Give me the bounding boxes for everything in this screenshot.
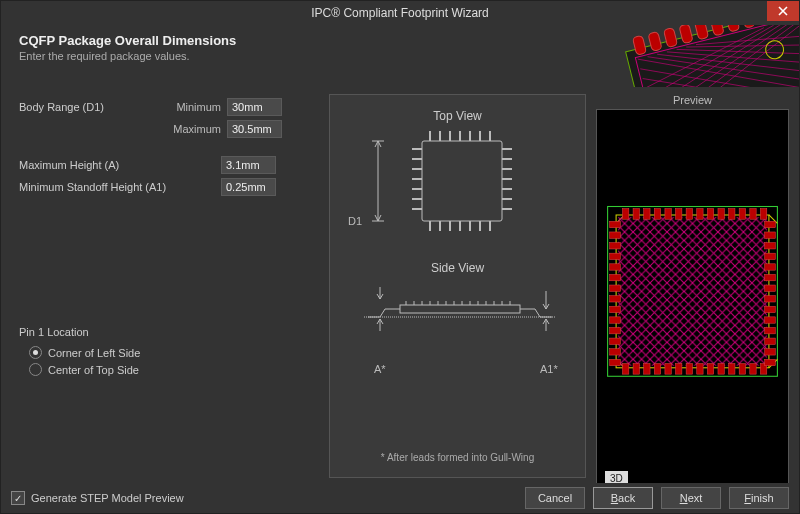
svg-rect-91 <box>729 364 735 375</box>
header-decoration <box>609 25 799 87</box>
svg-rect-84 <box>654 364 660 375</box>
svg-rect-87 <box>686 364 692 375</box>
svg-rect-73 <box>686 209 692 220</box>
svg-rect-95 <box>610 221 621 227</box>
a-dimension-label: A* <box>374 363 386 375</box>
svg-rect-111 <box>765 243 776 249</box>
checkbox-label: Generate STEP Model Preview <box>31 492 184 504</box>
close-button[interactable] <box>767 1 799 21</box>
svg-rect-85 <box>665 364 671 375</box>
cancel-button[interactable]: Cancel <box>525 487 585 509</box>
form-panel: Body Range (D1) Minimum Maximum Maximum … <box>11 94 319 478</box>
svg-rect-116 <box>765 296 776 302</box>
svg-rect-75 <box>707 209 713 220</box>
checkbox-icon: ✓ <box>11 491 25 505</box>
max-height-label: Maximum Height (A) <box>19 159 221 171</box>
side-view-diagram <box>330 275 585 345</box>
next-button[interactable]: Next <box>661 487 721 509</box>
min-standoff-input[interactable] <box>221 178 276 196</box>
svg-rect-80 <box>760 209 766 220</box>
svg-rect-102 <box>610 296 621 302</box>
svg-rect-99 <box>610 264 621 270</box>
max-height-input[interactable] <box>221 156 276 174</box>
svg-rect-96 <box>610 232 621 238</box>
svg-rect-106 <box>610 338 621 344</box>
pin1-option-label: Corner of Left Side <box>48 347 140 359</box>
close-icon <box>778 6 788 16</box>
svg-rect-97 <box>610 243 621 249</box>
radio-icon <box>29 363 42 376</box>
svg-rect-66 <box>618 217 767 366</box>
top-view-label: Top View <box>330 109 585 123</box>
svg-rect-122 <box>765 359 776 365</box>
body-range-max-input[interactable] <box>227 120 282 138</box>
svg-rect-11 <box>422 141 502 221</box>
svg-rect-67 <box>622 209 628 220</box>
svg-rect-101 <box>610 285 621 291</box>
svg-rect-78 <box>739 209 745 220</box>
svg-rect-76 <box>718 209 724 220</box>
svg-rect-117 <box>765 306 776 312</box>
svg-rect-107 <box>610 349 621 355</box>
body-range-label: Body Range (D1) <box>19 101 159 113</box>
svg-rect-92 <box>739 364 745 375</box>
svg-rect-103 <box>610 306 621 312</box>
preview-viewport[interactable]: 3D <box>596 109 789 495</box>
svg-rect-114 <box>765 274 776 280</box>
svg-rect-74 <box>697 209 703 220</box>
pin1-center-top-radio[interactable]: Center of Top Side <box>29 363 319 376</box>
svg-rect-70 <box>654 209 660 220</box>
pin1-location-label: Pin 1 Location <box>19 326 319 338</box>
side-view-label: Side View <box>330 261 585 275</box>
svg-rect-79 <box>750 209 756 220</box>
svg-rect-108 <box>610 359 621 365</box>
svg-rect-43 <box>400 305 520 313</box>
window-title: IPC® Compliant Footprint Wizard <box>311 6 489 20</box>
svg-rect-69 <box>644 209 650 220</box>
radio-icon <box>29 346 42 359</box>
wizard-header: CQFP Package Overall Dimensions Enter th… <box>1 25 799 88</box>
min-standoff-label: Minimum Standoff Height (A1) <box>19 181 221 193</box>
svg-rect-119 <box>765 327 776 333</box>
svg-rect-100 <box>610 274 621 280</box>
diagram-panel: Top View D1 Side Vi <box>329 94 586 478</box>
svg-rect-115 <box>765 285 776 291</box>
a1-dimension-label: A1* <box>540 363 558 375</box>
svg-rect-120 <box>765 338 776 344</box>
preview-render <box>597 110 788 494</box>
maximum-label: Maximum <box>159 123 227 135</box>
top-view-diagram <box>330 123 585 253</box>
svg-rect-72 <box>676 209 682 220</box>
svg-rect-89 <box>707 364 713 375</box>
svg-rect-121 <box>765 349 776 355</box>
svg-rect-68 <box>633 209 639 220</box>
preview-label: Preview <box>596 94 789 106</box>
svg-rect-82 <box>633 364 639 375</box>
svg-rect-83 <box>644 364 650 375</box>
generate-step-preview-checkbox[interactable]: ✓ Generate STEP Model Preview <box>11 491 184 505</box>
svg-rect-109 <box>765 221 776 227</box>
svg-rect-71 <box>665 209 671 220</box>
svg-rect-104 <box>610 317 621 323</box>
svg-rect-86 <box>676 364 682 375</box>
body-range-min-input[interactable] <box>227 98 282 116</box>
svg-rect-81 <box>622 364 628 375</box>
svg-rect-110 <box>765 232 776 238</box>
svg-rect-105 <box>610 327 621 333</box>
svg-rect-88 <box>697 364 703 375</box>
back-button[interactable]: Back <box>593 487 653 509</box>
svg-rect-112 <box>765 253 776 259</box>
minimum-label: Minimum <box>159 101 227 113</box>
svg-rect-90 <box>718 364 724 375</box>
titlebar: IPC® Compliant Footprint Wizard <box>1 1 799 25</box>
pin1-corner-left-radio[interactable]: Corner of Left Side <box>29 346 319 359</box>
wizard-footer: ✓ Generate STEP Model Preview Cancel Bac… <box>1 483 799 513</box>
finish-button[interactable]: Finish <box>729 487 789 509</box>
svg-rect-118 <box>765 317 776 323</box>
svg-rect-93 <box>750 364 756 375</box>
pin1-option-label: Center of Top Side <box>48 364 139 376</box>
gull-wing-note: * After leads formed into Gull-Wing <box>330 452 585 463</box>
svg-rect-98 <box>610 253 621 259</box>
d1-dimension-label: D1 <box>348 215 362 227</box>
svg-rect-77 <box>729 209 735 220</box>
